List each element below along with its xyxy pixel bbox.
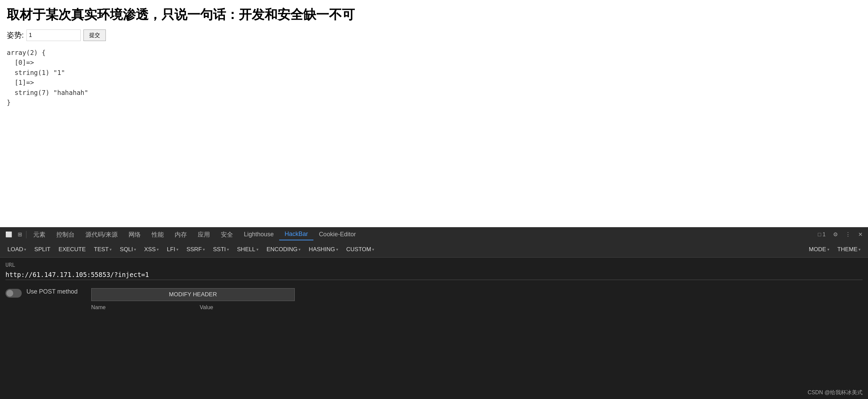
code-output: array(2) { [0]=> string(1) "1" [1]=> str… [7, 48, 861, 108]
ssti-button[interactable]: SSTI ▾ [210, 244, 232, 255]
xss-button[interactable]: XSS ▾ [141, 244, 162, 255]
lfi-arrow: ▾ [176, 247, 178, 252]
tab-hackbar[interactable]: HackBar [279, 228, 313, 240]
mode-arrow: ▾ [827, 247, 829, 252]
tab-elements[interactable]: 元素 [28, 228, 51, 241]
shell-button[interactable]: SHELL ▾ [234, 244, 262, 255]
url-label: URL [5, 262, 863, 268]
modify-header-button[interactable]: MODIFY HEADER [91, 288, 295, 301]
tab-memory[interactable]: 内存 [169, 228, 192, 241]
url-input[interactable] [5, 270, 863, 280]
corner-buttons: □ 1 ⚙ ⋮ ✕ [815, 230, 865, 239]
xss-arrow: ▾ [157, 247, 159, 252]
devtools-panel: ⬜ ⊞ 元素 控制台 源代码/来源 网络 性能 内存 应用 安全 Lightho… [0, 227, 868, 399]
encoding-arrow: ▾ [298, 247, 301, 252]
more-button[interactable]: ⋮ [843, 230, 853, 239]
tab-divider [26, 231, 26, 238]
tab-network[interactable]: 网络 [123, 228, 146, 241]
sqli-button[interactable]: SQLI ▾ [116, 244, 139, 255]
post-method-section: Use POST method [5, 288, 78, 394]
close-button[interactable]: ✕ [855, 230, 865, 239]
test-arrow: ▾ [110, 247, 112, 252]
hashing-button[interactable]: HASHING ▾ [305, 244, 341, 255]
tab-cookie-editor[interactable]: Cookie-Editor [313, 229, 361, 240]
tab-security[interactable]: 安全 [215, 228, 238, 241]
tab-application[interactable]: 应用 [192, 228, 215, 241]
ssti-arrow: ▾ [227, 247, 229, 252]
tab-sources[interactable]: 源代码/来源 [80, 228, 123, 241]
form-label: 姿势: [7, 30, 24, 40]
device-icon[interactable]: ⊞ [15, 230, 25, 239]
devtools-tabbar: ⬜ ⊞ 元素 控制台 源代码/来源 网络 性能 内存 应用 安全 Lightho… [0, 227, 868, 241]
form-row: 姿势: 提交 [7, 29, 861, 41]
tab-console[interactable]: 控制台 [51, 228, 80, 241]
inspect-icon[interactable]: ⬜ [3, 230, 15, 239]
post-toggle[interactable] [5, 289, 22, 298]
page-title: 取材于某次真实环境渗透，只说一句话：开发和安全缺一不可 [7, 6, 861, 23]
hackbar-toolbar: LOAD ▾ SPLIT EXECUTE TEST ▾ SQLI ▾ XSS ▾… [0, 241, 868, 258]
hackbar-bottom: Use POST method MODIFY HEADER Name Value [0, 283, 868, 399]
load-arrow: ▾ [24, 247, 26, 252]
ssrf-button[interactable]: SSRF ▾ [183, 244, 208, 255]
mode-button[interactable]: MODE ▾ [806, 244, 833, 255]
main-content: 取材于某次真实环境渗透，只说一句话：开发和安全缺一不可 姿势: 提交 array… [0, 0, 868, 227]
custom-arrow: ▾ [372, 247, 374, 252]
posture-input[interactable] [26, 29, 81, 41]
header-section: MODIFY HEADER Name Value [91, 288, 295, 394]
attribution: CSDN @给我杯冰美式 [808, 389, 863, 396]
header-table-header: Name Value [91, 304, 295, 311]
lfi-button[interactable]: LFI ▾ [163, 244, 182, 255]
split-button[interactable]: SPLIT [31, 244, 54, 255]
col-name-header: Name [91, 304, 193, 311]
url-section: URL [0, 258, 868, 283]
execute-button[interactable]: EXECUTE [55, 244, 89, 255]
theme-arrow: ▾ [859, 247, 861, 252]
load-button[interactable]: LOAD ▾ [4, 244, 30, 255]
post-toggle-label: Use POST method [26, 288, 78, 295]
header-table: Name Value [91, 304, 295, 311]
col-value-header: Value [200, 304, 295, 311]
test-button[interactable]: TEST ▾ [91, 244, 115, 255]
custom-button[interactable]: CUSTOM ▾ [343, 244, 378, 255]
sqli-arrow: ▾ [134, 247, 136, 252]
shell-arrow: ▾ [256, 247, 258, 252]
badge-button[interactable]: □ 1 [815, 230, 828, 239]
ssrf-arrow: ▾ [203, 247, 205, 252]
toggle-knob [6, 290, 13, 297]
submit-button[interactable]: 提交 [83, 29, 106, 41]
settings-button[interactable]: ⚙ [830, 230, 841, 239]
theme-button[interactable]: THEME ▾ [834, 244, 864, 255]
tab-performance[interactable]: 性能 [146, 228, 169, 241]
encoding-button[interactable]: ENCODING ▾ [263, 244, 304, 255]
hashing-arrow: ▾ [336, 247, 338, 252]
tab-lighthouse[interactable]: Lighthouse [238, 229, 279, 240]
